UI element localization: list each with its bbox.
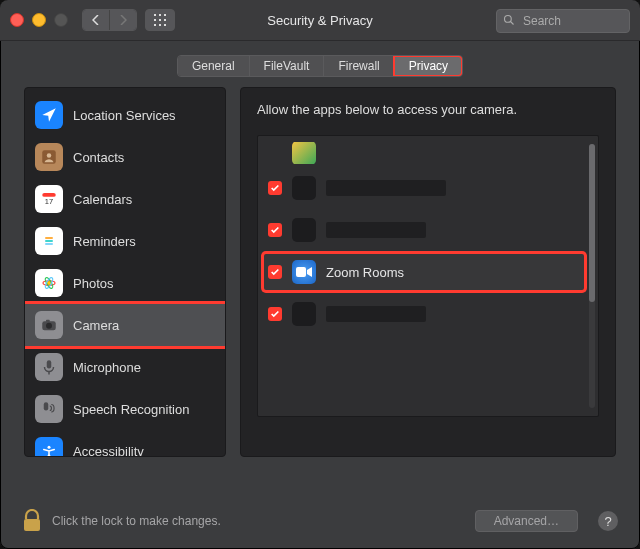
svg-rect-2 [164,14,166,16]
microphone-icon [35,353,63,381]
svg-point-26 [46,323,52,329]
app-name-redacted [326,306,426,322]
permission-checkbox[interactable] [268,223,282,237]
svg-rect-4 [159,19,161,21]
content: Location ServicesContacts17CalendarsRemi… [0,87,640,457]
app-name-redacted [326,180,446,196]
permission-checkbox[interactable] [268,265,282,279]
tabs: GeneralFileVaultFirewallPrivacy [177,55,463,77]
lock-icon[interactable] [22,509,42,533]
forward-button[interactable] [109,10,136,30]
minimize-icon[interactable] [32,13,46,27]
app-icon [292,142,316,164]
calendar-icon: 17 [35,185,63,213]
search-field[interactable] [496,9,630,33]
help-button[interactable]: ? [598,511,618,531]
app-name-redacted [326,222,426,238]
photos-icon [35,269,63,297]
titlebar: Security & Privacy [0,0,640,41]
sidebar-item-label: Location Services [73,108,176,123]
app-list: Zoom Rooms [258,136,598,338]
tab-privacy[interactable]: Privacy [394,56,462,76]
app-name: Zoom Rooms [326,265,404,280]
preferences-window: Security & Privacy GeneralFileVaultFirew… [0,0,640,549]
app-permissions-panel: Allow the apps below to access your came… [240,87,616,457]
sidebar-item-label: Accessibility [73,444,144,458]
svg-point-12 [47,153,52,158]
tabs-row: GeneralFileVaultFirewallPrivacy [0,41,640,87]
camera-icon [35,311,63,339]
permission-checkbox[interactable] [268,307,282,321]
reminders-icon [35,227,63,255]
zoom-icon[interactable] [54,13,68,27]
tab-firewall[interactable]: Firewall [323,56,393,76]
app-row [264,212,584,248]
app-icon-redacted [292,218,316,242]
accessibility-icon [35,437,63,457]
speech-icon [35,395,63,423]
svg-rect-8 [164,24,166,26]
permission-checkbox[interactable] [268,181,282,195]
advanced-button[interactable]: Advanced… [475,510,578,532]
scrollbar-thumb[interactable] [589,144,595,302]
svg-rect-27 [46,320,50,322]
svg-rect-28 [47,360,52,368]
nav-back-forward [82,9,137,31]
svg-rect-5 [164,19,166,21]
location-arrow-icon [35,101,63,129]
tab-general[interactable]: General [178,56,249,76]
sidebar-item-location-services[interactable]: Location Services [25,94,225,136]
svg-rect-3 [154,19,156,21]
svg-rect-6 [154,24,156,26]
search-input[interactable] [521,13,610,29]
svg-rect-0 [154,14,156,16]
sidebar-item-accessibility[interactable]: Accessibility [25,430,225,457]
sidebar-item-label: Camera [73,318,119,333]
permissions-heading: Allow the apps below to access your came… [257,102,599,117]
back-button[interactable] [83,10,109,30]
privacy-category-panel: Location ServicesContacts17CalendarsRemi… [24,87,226,457]
app-list-container: Zoom Rooms [257,135,599,417]
footer: Click the lock to make changes. Advanced… [0,493,640,549]
tab-filevault[interactable]: FileVault [249,56,324,76]
svg-rect-7 [159,24,161,26]
sidebar-item-calendars[interactable]: 17Calendars [25,178,225,220]
sidebar-item-label: Calendars [73,192,132,207]
sidebar-item-microphone[interactable]: Microphone [25,346,225,388]
svg-rect-30 [44,402,49,410]
search-icon [503,12,515,30]
sidebar-item-speech-recognition[interactable]: Speech Recognition [25,388,225,430]
close-icon[interactable] [10,13,24,27]
svg-rect-34 [24,519,40,531]
svg-rect-1 [159,14,161,16]
app-row [264,296,584,332]
show-all-button[interactable] [145,9,175,31]
lock-hint: Click the lock to make changes. [52,514,465,528]
sidebar-item-photos[interactable]: Photos [25,262,225,304]
traffic-lights [10,13,68,27]
sidebar-item-label: Reminders [73,234,136,249]
sidebar-item-reminders[interactable]: Reminders [25,220,225,262]
contacts-icon [35,143,63,171]
sidebar-item-contacts[interactable]: Contacts [25,136,225,178]
svg-rect-33 [296,267,306,277]
app-icon-redacted [292,302,316,326]
sidebar-item-label: Contacts [73,150,124,165]
svg-line-10 [511,22,514,25]
sidebar-item-label: Microphone [73,360,141,375]
zoom-rooms-icon [292,260,316,284]
app-row: Zoom Rooms [264,254,584,290]
svg-text:17: 17 [45,197,53,206]
sidebar-item-label: Speech Recognition [73,402,189,417]
privacy-category-list: Location ServicesContacts17CalendarsRemi… [25,88,225,457]
scrollbar[interactable] [589,144,595,408]
sidebar-item-label: Photos [73,276,113,291]
svg-point-9 [505,16,512,23]
app-icon-redacted [292,176,316,200]
svg-point-32 [48,446,51,449]
sidebar-item-camera[interactable]: Camera [25,304,225,346]
app-row [264,170,584,206]
